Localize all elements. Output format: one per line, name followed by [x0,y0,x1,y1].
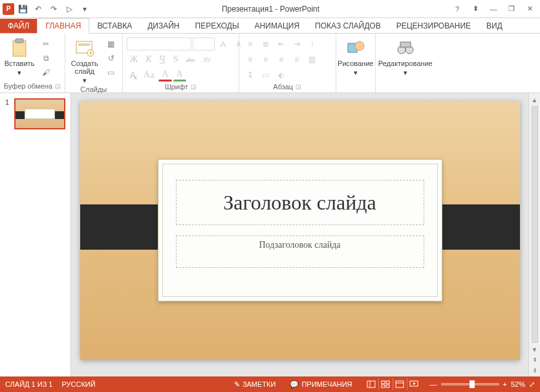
redo-button[interactable]: ↷ [47,2,61,16]
shadow-button[interactable]: S [170,53,182,66]
align-left-button[interactable]: ≡ [243,53,257,66]
tab-transitions[interactable]: ПЕРЕХОДЫ [188,19,247,33]
text-direction-button[interactable]: ↧ [243,69,257,82]
align-right-button[interactable]: ≡ [274,53,288,66]
increase-indent-button[interactable]: ⇥ [290,38,304,50]
bullets-button[interactable]: ≡ [243,38,257,50]
grow-font-button[interactable]: A [216,38,230,50]
highlight-button[interactable]: A [173,69,186,82]
paste-button[interactable]: Вставить ▾ [4,38,35,76]
slide-counter[interactable]: СЛАЙД 1 ИЗ 1 [5,380,52,388]
change-case-button[interactable]: Aa [140,69,157,82]
tab-design[interactable]: ДИЗАЙН [140,19,187,33]
slide[interactable]: Заголовок слайда Подзаголовок слайда [80,101,520,360]
svg-rect-3 [78,43,90,46]
tab-slideshow[interactable]: ПОКАЗ СЛАЙДОВ [307,19,389,33]
smartart-button[interactable]: ⬖ [274,69,288,82]
subtitle-placeholder[interactable]: Подзаголовок слайда [176,235,424,268]
group-font: A A Ж К Ч S abc AV A⨯ Aa A A Шрифт◲ [123,34,239,93]
font-launcher-icon[interactable]: ◲ [191,83,197,90]
font-family-combo[interactable] [127,38,191,50]
columns-button[interactable]: ▥ [305,53,319,66]
help-button[interactable]: ? [449,3,465,16]
copy-button[interactable]: ⧉ [39,52,53,65]
reset-button[interactable]: ↺ [104,52,118,65]
svg-rect-1 [16,39,23,43]
zoom-percent[interactable]: 52% [511,380,525,388]
tab-file[interactable]: ФАЙЛ [0,19,37,33]
font-color-button[interactable]: A [158,69,171,82]
layout-button[interactable]: ▦ [104,38,118,50]
sorter-view-button[interactable] [378,378,393,390]
underline-button[interactable]: Ч [157,53,169,66]
clear-format-button[interactable]: A⨯ [127,69,139,82]
prev-slide-icon[interactable]: ⇞ [532,354,537,365]
restore-button[interactable]: ❐ [504,3,519,16]
slide-canvas[interactable]: Заголовок слайда Подзаголовок слайда [71,93,528,376]
language-indicator[interactable]: РУССКИЙ [61,380,95,388]
zoom-in-button[interactable]: + [503,380,507,388]
svg-point-7 [355,41,364,50]
line-spacing-button[interactable]: ↕ [305,38,319,50]
close-button[interactable]: ✕ [522,3,537,16]
app-icon: P [3,3,14,15]
comments-button[interactable]: 💬ПРИМЕЧАНИЯ [287,380,354,389]
notes-button[interactable]: ✎ЗАМЕТКИ [232,380,279,389]
quick-access-toolbar: P 💾 ↶ ↷ ▷ ▾ [3,2,92,16]
cut-button[interactable]: ✂ [39,38,53,50]
group-slides-label: Слайды [80,85,107,93]
thumbnail-preview[interactable] [14,98,65,129]
bold-button[interactable]: Ж [127,53,142,66]
slideshow-view-button[interactable] [407,378,421,390]
editing-label: Редактирование [378,60,433,67]
numbering-button[interactable]: ≣ [259,38,273,50]
fit-to-window-button[interactable]: ⤢ [529,380,535,389]
thumbnail-item[interactable]: 1 [5,98,65,129]
start-slideshow-button[interactable]: ▷ [62,2,76,16]
align-text-button[interactable]: ▭ [259,69,273,82]
ribbon-tabs: ФАЙЛ ГЛАВНАЯ ВСТАВКА ДИЗАЙН ПЕРЕХОДЫ АНИ… [0,18,540,34]
undo-button[interactable]: ↶ [31,2,45,16]
zoom-slider-knob[interactable] [470,380,475,388]
scroll-down-icon[interactable]: ▼ [532,344,538,354]
title-placeholder[interactable]: Заголовок слайда [176,180,424,225]
tab-home[interactable]: ГЛАВНАЯ [37,18,89,34]
reading-view-button[interactable] [393,378,407,390]
font-size-combo[interactable] [193,38,215,50]
new-slide-label: Создать слайд [69,60,100,75]
view-buttons [364,378,421,390]
group-clipboard-label: Буфер обмена [4,82,52,90]
next-slide-icon[interactable]: ⇟ [532,365,537,375]
new-slide-button[interactable]: ✶ Создать слайд ▾ [69,38,100,84]
justify-button[interactable]: ≡ [290,53,304,66]
minimize-button[interactable]: — [486,3,501,16]
ribbon-display-button[interactable]: ⬍ [468,3,483,16]
strike-button[interactable]: abc [183,53,199,66]
format-painter-button[interactable]: 🖌 [39,66,53,79]
tab-view[interactable]: ВИД [479,19,510,33]
drawing-button[interactable]: Рисование ▾ [340,38,371,76]
drawing-label: Рисование [338,60,373,67]
char-spacing-button[interactable]: AV [199,53,214,66]
scroll-up-icon[interactable]: ▲ [532,94,538,105]
tab-insert[interactable]: ВСТАВКА [89,19,140,33]
vertical-scrollbar[interactable]: ▲ ▼ ⇞ ⇟ [528,93,540,376]
tab-review[interactable]: РЕЦЕНЗИРОВАНИЕ [389,19,479,33]
align-center-button[interactable]: ≡ [259,53,273,66]
qat-customize-button[interactable]: ▾ [78,2,92,16]
italic-button[interactable]: К [142,53,155,66]
tab-animations[interactable]: АНИМАЦИЯ [247,19,307,33]
svg-rect-0 [13,41,26,56]
thumbnail-pane[interactable]: 1 [0,93,71,376]
normal-view-button[interactable] [364,378,378,390]
zoom-out-button[interactable]: — [430,380,437,388]
zoom-slider[interactable] [441,383,499,386]
group-slides: ✶ Создать слайд ▾ ▦ ↺ ▭ Слайды [65,34,123,93]
paragraph-launcher-icon[interactable]: ◲ [296,83,301,90]
clipboard-launcher-icon[interactable]: ◲ [55,83,61,89]
save-button[interactable]: 💾 [16,2,30,16]
editing-button[interactable]: Редактирование ▾ [380,38,431,76]
section-button[interactable]: ▭ [104,66,118,79]
decrease-indent-button[interactable]: ⇤ [274,38,288,50]
scroll-thumb[interactable] [532,106,538,343]
